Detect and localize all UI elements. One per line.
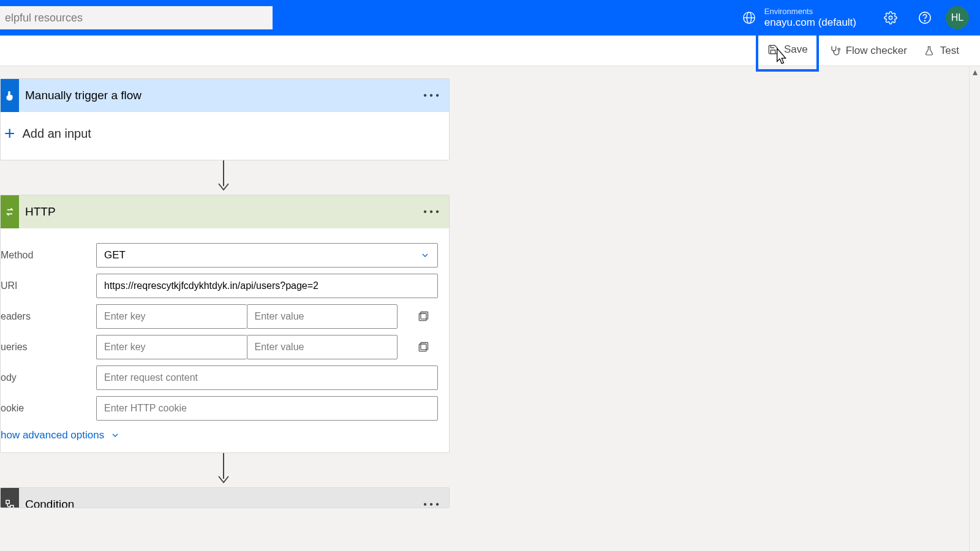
condition-more-icon[interactable]: • • •: [422, 499, 440, 508]
scroll-up-icon[interactable]: ▴: [970, 66, 980, 77]
method-label: Method: [1, 250, 96, 261]
svg-rect-14: [10, 506, 13, 509]
connector-arrow: [214, 453, 233, 487]
cookie-input[interactable]: [96, 396, 438, 421]
headers-label: eaders: [1, 311, 96, 322]
condition-title: Condition: [19, 498, 422, 508]
http-swap-icon: [1, 195, 19, 228]
queries-bulk-icon[interactable]: [411, 341, 435, 353]
condition-card: Condition • • •: [0, 487, 450, 508]
svg-rect-13: [6, 500, 9, 503]
condition-card-header[interactable]: Condition • • •: [1, 488, 449, 508]
search-input[interactable]: [0, 6, 273, 29]
environment-picker[interactable]: Environments enayu.com (default): [764, 7, 856, 29]
environment-name: enayu.com (default): [764, 16, 856, 29]
hand-tap-icon: [1, 79, 19, 112]
svg-point-6: [838, 48, 840, 50]
trigger-title: Manually trigger a flow: [19, 89, 422, 102]
settings-icon[interactable]: [878, 6, 903, 30]
body-input[interactable]: [96, 365, 438, 390]
connector-arrow: [214, 160, 233, 195]
stethoscope-icon: [829, 45, 841, 57]
svg-point-3: [889, 16, 892, 20]
advanced-options-label: how advanced options: [1, 429, 104, 441]
queries-value-input[interactable]: [247, 335, 398, 359]
method-select[interactable]: GET: [96, 243, 438, 268]
flow-checker-button[interactable]: Flow checker: [823, 41, 913, 61]
body-label: ody: [1, 372, 96, 383]
queries-label: ueries: [1, 342, 96, 353]
uri-label: URI: [1, 280, 96, 291]
uri-input[interactable]: [96, 274, 438, 298]
trigger-card-header[interactable]: Manually trigger a flow • • •: [1, 79, 449, 112]
add-input-label: Add an input: [23, 127, 91, 141]
avatar[interactable]: HL: [946, 6, 969, 29]
headers-value-input[interactable]: [247, 304, 398, 329]
method-value: GET: [104, 249, 126, 261]
test-button[interactable]: Test: [917, 41, 965, 61]
svg-rect-10: [419, 344, 426, 351]
globe-icon: [742, 11, 756, 24]
save-button[interactable]: Save: [756, 30, 819, 72]
app-header: Environments enayu.com (default) HL: [0, 0, 980, 36]
chevron-down-icon: [110, 430, 120, 440]
save-icon: [767, 43, 779, 56]
test-label: Test: [940, 45, 959, 57]
trigger-more-icon[interactable]: • • •: [422, 90, 440, 101]
http-card: HTTP • • • Method GET URI eaders: [0, 195, 450, 453]
svg-rect-9: [421, 312, 428, 320]
http-title: HTTP: [19, 205, 422, 219]
queries-key-input[interactable]: [96, 335, 247, 359]
svg-point-5: [924, 20, 925, 21]
branch-icon: [1, 488, 19, 508]
help-icon[interactable]: [913, 6, 937, 30]
save-label: Save: [784, 43, 808, 56]
plus-icon: +: [4, 123, 15, 144]
chevron-down-icon: [420, 250, 430, 260]
add-input-button[interactable]: + Add an input: [4, 123, 449, 144]
cookie-label: ookie: [1, 403, 96, 414]
flow-canvas: Manually trigger a flow • • • + Add an i…: [0, 66, 980, 551]
environment-label: Environments: [764, 7, 856, 16]
http-more-icon[interactable]: • • •: [422, 206, 440, 217]
svg-rect-11: [421, 343, 428, 350]
http-card-header[interactable]: HTTP • • •: [1, 195, 449, 228]
headers-bulk-icon[interactable]: [411, 310, 435, 323]
beaker-icon: [923, 45, 935, 57]
headers-key-input[interactable]: [96, 304, 247, 329]
advanced-options-toggle[interactable]: how advanced options: [1, 429, 449, 441]
svg-rect-8: [419, 313, 426, 321]
command-bar: Save Flow checker Test: [0, 36, 980, 66]
trigger-card: Manually trigger a flow • • • + Add an i…: [0, 78, 450, 160]
vertical-scrollbar[interactable]: ▴: [969, 66, 980, 551]
flow-checker-label: Flow checker: [846, 45, 907, 57]
